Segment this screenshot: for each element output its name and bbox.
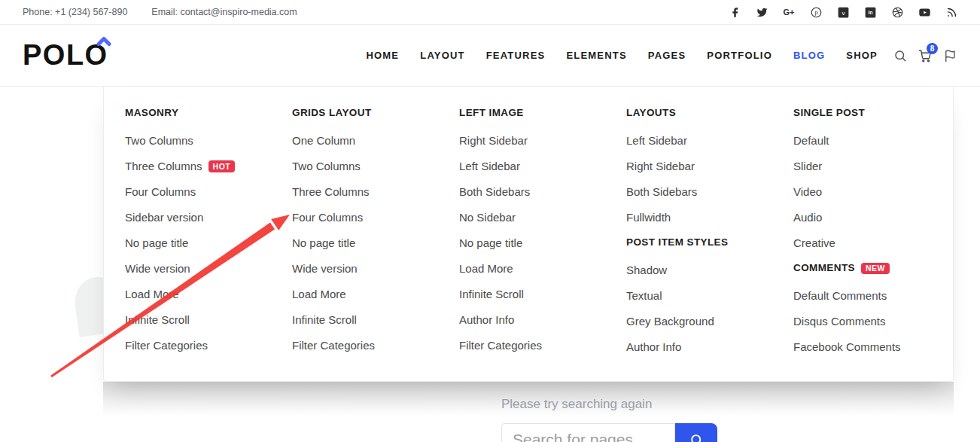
google-plus-icon[interactable]: G+ <box>783 6 795 18</box>
menu-heading-post-item-styles: POST ITEM STYLES <box>626 236 793 248</box>
menu-item-left-sidebar[interactable]: Left Sidebar <box>626 134 793 148</box>
flag-icon[interactable] <box>942 48 957 63</box>
menu-item-author-info[interactable]: Author Info <box>459 313 626 327</box>
menu-item-label: Infinite Scroll <box>125 313 190 327</box>
search-input[interactable] <box>501 423 675 442</box>
nav-item-elements[interactable]: ELEMENTS <box>566 50 626 61</box>
menu-item-both-sidebars[interactable]: Both Sidebars <box>459 185 626 199</box>
menu-heading-label: MASONRY <box>125 107 178 118</box>
menu-item-sidebar-version[interactable]: Sidebar version <box>125 211 292 224</box>
menu-item-four-columns[interactable]: Four Columns <box>292 211 459 224</box>
twitter-icon[interactable] <box>756 6 768 18</box>
menu-item-right-sidebar[interactable]: Right Sidebar <box>459 134 626 148</box>
menu-item-label: Shadow <box>626 264 667 277</box>
menu-item-label: No page title <box>459 236 522 250</box>
menu-item-label: Four Columns <box>292 211 363 224</box>
menu-item-default[interactable]: Default <box>793 134 960 148</box>
menu-item-three-columns[interactable]: Three ColumnsHOT <box>125 160 292 173</box>
menu-item-label: Four Columns <box>125 185 196 199</box>
nav-item-shop[interactable]: SHOP <box>846 50 878 61</box>
menu-item-three-columns[interactable]: Three Columns <box>292 185 459 199</box>
menu-item-load-more[interactable]: Load More <box>292 288 459 301</box>
menu-item-label: Two Columns <box>292 160 361 173</box>
linkedin-icon[interactable]: in <box>864 6 876 18</box>
nav-item-blog[interactable]: BLOG <box>793 50 825 61</box>
search-icon[interactable] <box>893 48 908 63</box>
menu-item-author-info[interactable]: Author Info <box>626 340 793 354</box>
menu-item-four-columns[interactable]: Four Columns <box>125 185 292 199</box>
menu-item-label: Author Info <box>459 313 514 327</box>
menu-heading-grids-layout: GRIDS LAYOUT <box>292 107 459 119</box>
menu-item-label: Left Sidebar <box>459 160 520 173</box>
menu-item-filter-categories[interactable]: Filter Categories <box>292 339 459 352</box>
pinterest-icon[interactable]: p <box>810 6 822 18</box>
menu-item-label: Audio <box>793 211 822 224</box>
menu-item-label: No Sidebar <box>459 211 516 224</box>
menu-item-textual[interactable]: Textual <box>626 289 793 303</box>
nav-item-home[interactable]: HOME <box>366 50 399 61</box>
menu-item-both-sidebars[interactable]: Both Sidebars <box>626 185 793 199</box>
search-submit-button[interactable] <box>675 423 717 442</box>
site-header: POLO HOMELAYOUTFEATURESELEMENTSPAGESPORT… <box>0 25 980 87</box>
logo-text: POLO <box>23 39 108 71</box>
menu-item-two-columns[interactable]: Two Columns <box>292 160 459 173</box>
menu-item-label: Left Sidebar <box>626 134 687 148</box>
menu-item-label: No page title <box>292 236 355 250</box>
nav-item-layout[interactable]: LAYOUT <box>420 50 464 61</box>
menu-item-default-comments[interactable]: Default Comments <box>793 289 960 303</box>
menu-item-grey-background[interactable]: Grey Background <box>626 315 793 328</box>
menu-item-wide-version[interactable]: Wide version <box>292 262 459 276</box>
email-text: Email: contact@inspiro-media.com <box>151 7 297 17</box>
menu-item-label: Fullwidth <box>626 211 671 224</box>
menu-item-no-page-title[interactable]: No page title <box>292 236 459 250</box>
rss-icon[interactable] <box>945 6 957 18</box>
menu-item-label: Slider <box>793 160 822 173</box>
menu-item-label: Disqus Comments <box>793 315 886 328</box>
menu-item-load-more[interactable]: Load More <box>125 288 292 301</box>
menu-item-right-sidebar[interactable]: Right Sidebar <box>626 160 793 173</box>
nav-item-pages[interactable]: PAGES <box>648 50 686 61</box>
menu-item-label: Author Info <box>626 340 681 354</box>
menu-item-infinite-scroll[interactable]: Infinite Scroll <box>292 313 459 327</box>
dribbble-icon[interactable] <box>891 6 903 18</box>
menu-heading-label: LAYOUTS <box>626 107 676 118</box>
menu-item-label: Default Comments <box>793 289 887 303</box>
menu-item-wide-version[interactable]: Wide version <box>125 262 292 276</box>
header-icons: 8 <box>893 48 957 63</box>
menu-item-fullwidth[interactable]: Fullwidth <box>626 211 793 224</box>
menu-item-label: Two Columns <box>125 134 193 148</box>
menu-item-no-sidebar[interactable]: No Sidebar <box>459 211 626 224</box>
nav-item-features[interactable]: FEATURES <box>486 50 546 61</box>
page: Phone: +1 (234) 567-890 Email: contact@i… <box>0 0 980 442</box>
menu-item-video[interactable]: Video <box>793 185 960 199</box>
logo[interactable]: POLO <box>23 39 108 72</box>
menu-item-no-page-title[interactable]: No page title <box>459 236 626 250</box>
svg-text:p: p <box>814 9 817 16</box>
menu-item-filter-categories[interactable]: Filter Categories <box>459 339 626 352</box>
menu-item-infinite-scroll[interactable]: Infinite Scroll <box>125 313 292 327</box>
menu-item-filter-categories[interactable]: Filter Categories <box>125 339 292 352</box>
nav-item-portfolio[interactable]: PORTFOLIO <box>707 50 772 61</box>
menu-heading-label: LEFT IMAGE <box>459 107 524 118</box>
menu-item-creative[interactable]: Creative <box>793 236 960 250</box>
menu-item-facebook-comments[interactable]: Facebook Comments <box>793 340 960 354</box>
menu-item-infinite-scroll[interactable]: Infinite Scroll <box>459 288 626 301</box>
facebook-icon[interactable] <box>729 6 741 18</box>
menu-item-load-more[interactable]: Load More <box>459 262 626 276</box>
menu-item-slider[interactable]: Slider <box>793 160 960 173</box>
menu-item-label: Infinite Scroll <box>459 288 524 301</box>
menu-item-label: Filter Categories <box>125 339 208 352</box>
menu-item-disqus-comments[interactable]: Disqus Comments <box>793 315 960 328</box>
menu-item-shadow[interactable]: Shadow <box>626 264 793 277</box>
menu-item-audio[interactable]: Audio <box>793 211 960 224</box>
youtube-icon[interactable] <box>918 6 930 18</box>
menu-item-left-sidebar[interactable]: Left Sidebar <box>459 160 626 173</box>
vimeo-icon[interactable]: v <box>837 6 849 18</box>
menu-item-no-page-title[interactable]: No page title <box>125 236 292 250</box>
cart-icon[interactable]: 8 <box>918 48 933 63</box>
menu-item-label: Both Sidebars <box>626 185 697 199</box>
menu-heading-single-post: SINGLE POST <box>793 107 960 119</box>
cart-count-badge: 8 <box>927 43 938 54</box>
menu-item-two-columns[interactable]: Two Columns <box>125 134 292 148</box>
menu-item-one-column[interactable]: One Column <box>292 134 459 148</box>
